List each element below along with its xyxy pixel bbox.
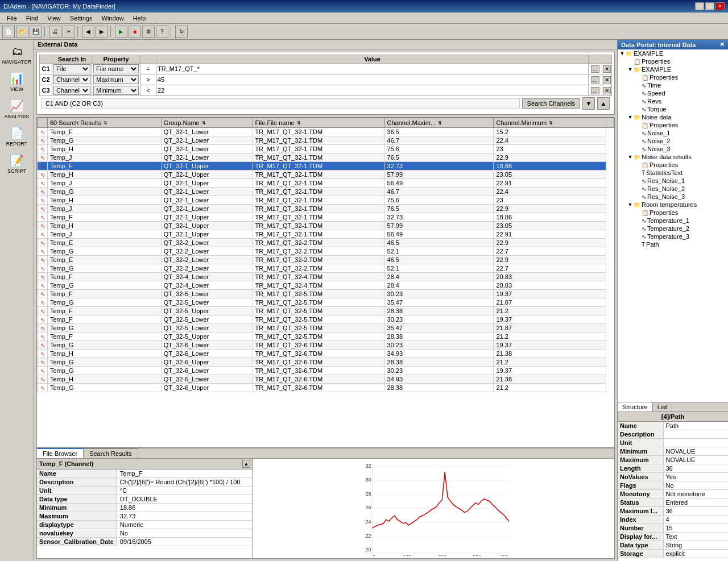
menu-item-help[interactable]: Help xyxy=(129,14,151,23)
tree-item-path[interactable]: TPath xyxy=(618,240,728,248)
table-row[interactable]: ∿ Temp_H QT_32-6_Lower TR_M17_QT_32-6.TD… xyxy=(38,375,614,384)
back-button[interactable]: ◀ xyxy=(82,26,94,38)
table-row[interactable]: ∿ Temp_F QT_32-5_Lower TR_M17_QT_32-5.TD… xyxy=(38,315,614,324)
search-property-select-2[interactable]: Minimum xyxy=(93,86,139,95)
tree-item-time[interactable]: ∿Time xyxy=(618,81,728,89)
table-row[interactable]: ∿ Temp_J QT_32-1_Lower TR_M17_QT_32-1.TD… xyxy=(38,205,614,213)
search-value-input-0[interactable] xyxy=(158,65,587,72)
refresh-button[interactable]: ↻ xyxy=(175,26,188,38)
nav-navigator[interactable]: 🗂 NAVIGATOR xyxy=(2,42,32,68)
new-button[interactable]: 📄 xyxy=(2,26,15,38)
tree-expand-icon[interactable]: ▼ xyxy=(619,51,626,56)
table-row[interactable]: ∿ Temp_F QT_32-4_Lower TR_M17_QT_32-4.TD… xyxy=(38,273,614,281)
table-row[interactable]: ∿ Temp_H QT_32-1_Lower TR_M17_QT_32-1.TD… xyxy=(38,145,614,153)
right-panel-close-icon[interactable]: ✕ xyxy=(719,41,725,48)
tree-item-statisticstext[interactable]: TStatisticsText xyxy=(618,169,728,177)
table-row[interactable]: ∿ Temp_F QT_32-1_Lower TR_M17_QT_32-1.TD… xyxy=(38,128,614,136)
tree-item-noise_1[interactable]: ∿Noise_1 xyxy=(618,129,728,137)
save-button[interactable]: 💾 xyxy=(30,26,42,38)
props-scroll-up[interactable]: ▲ xyxy=(242,460,250,468)
search-row-btn-0[interactable]: ... xyxy=(591,65,599,73)
table-row[interactable]: ∿ Temp_F QT_32-5_Lower TR_M17_QT_32-5.TD… xyxy=(38,290,614,298)
close-button[interactable]: ✕ xyxy=(715,2,725,10)
tab-structure[interactable]: Structure xyxy=(618,402,653,412)
table-row[interactable]: ∿ Temp_F QT_32-1_Upper TR_M17_QT_32-1.TD… xyxy=(38,213,614,222)
results-table-container[interactable]: 60 Search Results ⇅ Group.Name ⇅ File.Fi… xyxy=(37,118,614,447)
open-button[interactable]: 📂 xyxy=(16,26,28,38)
tree-item-temperature_1[interactable]: ∿Temperature_1 xyxy=(618,217,728,225)
col-min-header[interactable]: Channel.Minimum ⇅ xyxy=(494,118,606,128)
tree-item-speed[interactable]: ∿Speed xyxy=(618,89,728,97)
tree-item-temperature_3[interactable]: ∿Temperature_3 xyxy=(618,232,728,240)
search-channels-button[interactable]: Search Channels xyxy=(522,98,580,109)
search-up-button[interactable]: ▲ xyxy=(597,97,610,110)
menu-item-file[interactable]: File xyxy=(2,14,22,23)
nav-view[interactable]: 📊 VIEW xyxy=(2,69,32,95)
search-property-select-0[interactable]: File name xyxy=(93,64,139,73)
search-row-del-0[interactable]: ✕ xyxy=(603,65,611,73)
tree-item-example[interactable]: ▼📁EXAMPLE xyxy=(618,65,728,73)
search-row-del-1[interactable]: ✕ xyxy=(603,76,611,84)
col-name-header[interactable]: 60 Search Results ⇅ xyxy=(48,118,162,128)
search-property-select-1[interactable]: Maximum xyxy=(93,75,139,84)
restore-button[interactable]: ▭ xyxy=(705,2,714,10)
tree-item-res_noise_2[interactable]: ∿Res_Noise_2 xyxy=(618,185,728,193)
table-row[interactable]: ∿ Temp_G QT_32-4_Lower TR_M17_QT_32-4.TD… xyxy=(38,281,614,290)
table-row[interactable]: ∿ Temp_H QT_32-6_Lower TR_M17_QT_32-6.TD… xyxy=(38,350,614,358)
stop-button[interactable]: ■ xyxy=(129,26,141,38)
table-row[interactable]: ∿ Temp_E QT_32-2_Lower TR_M17_QT_32-2.TD… xyxy=(38,239,614,247)
table-row[interactable]: ∿ Temp_J QT_32-1_Lower TR_M17_QT_32-1.TD… xyxy=(38,153,614,162)
search-in-select-1[interactable]: Channel xyxy=(53,75,90,84)
search-dropdown-button[interactable]: ▼ xyxy=(582,97,595,110)
tree-expand-icon[interactable]: ▼ xyxy=(627,202,634,207)
nav-script[interactable]: 📝 SCRIPT xyxy=(2,151,32,177)
col-max-header[interactable]: Channel.Maxim... ⇅ xyxy=(384,118,494,128)
help-button[interactable]: ? xyxy=(156,26,168,38)
table-row[interactable]: ∿ Temp_H QT_32-1_Upper TR_M17_QT_32-1.TD… xyxy=(38,171,614,179)
tree-item-noise_3[interactable]: ∿Noise_3 xyxy=(618,145,728,153)
tree-expand-icon[interactable]: ▼ xyxy=(627,67,634,72)
print-button[interactable]: 🖨 xyxy=(49,26,61,38)
tree-item-properties[interactable]: 📋Properties xyxy=(618,209,728,217)
table-row[interactable]: ∿ Temp_F QT_32-1_Upper TR_M17_QT_32-1.TD… xyxy=(38,162,614,171)
table-row[interactable]: ∿ Temp_G QT_32-6_Lower TR_M17_QT_32-6.TD… xyxy=(38,341,614,350)
menu-item-view[interactable]: View xyxy=(43,14,65,23)
table-row[interactable]: ∿ Temp_E QT_32-2_Lower TR_M17_QT_32-2.TD… xyxy=(38,256,614,264)
table-row[interactable]: ∿ Temp_J QT_32-1_Upper TR_M17_QT_32-1.TD… xyxy=(38,179,614,188)
table-row[interactable]: ∿ Temp_F QT_32-5_Upper TR_M17_QT_32-5.TD… xyxy=(38,333,614,341)
tree-item-res_noise_3[interactable]: ∿Res_Noise_3 xyxy=(618,193,728,201)
tree-item-example[interactable]: ▼📁EXAMPLE xyxy=(618,49,728,57)
cut-button[interactable]: ✂ xyxy=(63,26,75,38)
col-group-header[interactable]: Group.Name ⇅ xyxy=(161,118,253,128)
run-button[interactable]: ▶ xyxy=(115,26,127,38)
search-row-btn-1[interactable]: ... xyxy=(591,76,599,84)
search-in-select-0[interactable]: File xyxy=(53,64,90,73)
tab-list[interactable]: List xyxy=(653,402,672,412)
table-row[interactable]: ∿ Temp_G QT_32-1_Lower TR_M17_QT_32-1.TD… xyxy=(38,188,614,196)
search-row-btn-2[interactable]: ... xyxy=(591,87,599,94)
search-in-select-2[interactable]: Channel xyxy=(53,86,90,95)
table-row[interactable]: ∿ Temp_G QT_32-2_Lower TR_M17_QT_32-2.TD… xyxy=(38,264,614,273)
menu-item-window[interactable]: Window xyxy=(97,14,129,23)
table-row[interactable]: ∿ Temp_H QT_32-1_Lower TR_M17_QT_32-1.TD… xyxy=(38,196,614,205)
table-row[interactable]: ∿ Temp_G QT_32-2_Lower TR_M17_QT_32-2.TD… xyxy=(38,247,614,256)
minimize-button[interactable]: ─ xyxy=(695,2,704,10)
settings-button[interactable]: ⚙ xyxy=(142,26,155,38)
table-row[interactable]: ∿ Temp_G QT_32-6_Upper TR_M17_QT_32-6.TD… xyxy=(38,358,614,367)
tree-expand-icon[interactable]: ▼ xyxy=(627,114,634,120)
nav-report[interactable]: 📄 REPORT xyxy=(2,123,32,149)
tree-item-torque[interactable]: ∿Torque xyxy=(618,105,728,113)
tree-item-res_noise_1[interactable]: ∿Res_Noise_1 xyxy=(618,177,728,185)
tree-item-noise-data[interactable]: ▼📁Noise data xyxy=(618,113,728,121)
menu-item-find[interactable]: Find xyxy=(22,14,43,23)
tree-expand-icon[interactable]: ▼ xyxy=(627,154,634,160)
tree-item-properties[interactable]: 📋Properties xyxy=(618,57,728,65)
table-row[interactable]: ∿ Temp_F QT_32-5_Upper TR_M17_QT_32-5.TD… xyxy=(38,307,614,315)
tab-file-browser[interactable]: File Browser xyxy=(37,448,84,458)
tree-item-temperature_2[interactable]: ∿Temperature_2 xyxy=(618,225,728,232)
table-row[interactable]: ∿ Temp_G QT_32-6_Lower TR_M17_QT_32-6.TD… xyxy=(38,367,614,375)
menu-item-settings[interactable]: Settings xyxy=(65,14,97,23)
tree-item-room-temperatures[interactable]: ▼📁Room temperatures xyxy=(618,201,728,209)
table-row[interactable]: ∿ Temp_G QT_32-5_Lower TR_M17_QT_32-5.TD… xyxy=(38,298,614,307)
forward-button[interactable]: ▶ xyxy=(96,26,108,38)
